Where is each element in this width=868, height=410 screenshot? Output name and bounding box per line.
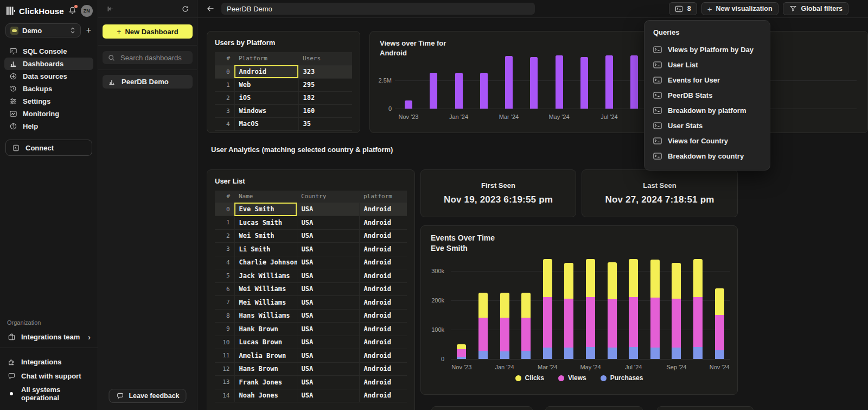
queries-menu-item[interactable]: Breakdown by country <box>644 148 770 163</box>
table-row[interactable]: 3Li SmithUSAAndroid <box>215 243 407 256</box>
table-cell[interactable]: 11 <box>215 349 234 363</box>
table-cell[interactable]: Charlie Johnson <box>234 256 297 269</box>
bar-segment-clicks[interactable] <box>715 288 724 315</box>
bar[interactable] <box>630 55 638 109</box>
table-cell[interactable]: Android <box>359 362 407 376</box>
bar-segment-views[interactable] <box>521 318 531 351</box>
bar-segment-purchases[interactable] <box>586 347 595 359</box>
bar-segment-clicks[interactable] <box>693 259 703 297</box>
bar-segment-clicks[interactable] <box>564 263 573 299</box>
bar[interactable] <box>605 55 613 109</box>
table-cell[interactable]: USA <box>297 296 359 310</box>
bar-segment-purchases[interactable] <box>564 348 573 359</box>
bar-segment-purchases[interactable] <box>543 348 552 359</box>
bar-segment-purchases[interactable] <box>715 350 724 359</box>
table-cell[interactable]: Mei Williams <box>234 296 297 310</box>
table-cell[interactable]: USA <box>297 389 359 402</box>
table-cell[interactable]: 13 <box>215 376 234 389</box>
bar-segment-clicks[interactable] <box>543 259 552 297</box>
back-arrow-icon[interactable] <box>206 4 215 13</box>
sidebar-item-monitoring[interactable]: Monitoring <box>4 108 93 120</box>
bar-segment-purchases[interactable] <box>650 348 660 359</box>
table-row[interactable]: 6Wei WilliamsUSAAndroid <box>215 282 407 296</box>
sidebar-item-backups[interactable]: Backups <box>4 83 93 95</box>
bar-segment-views[interactable] <box>543 297 552 348</box>
table-cell[interactable]: Li Smith <box>234 243 297 256</box>
table-row[interactable]: 0Android323 <box>215 65 352 78</box>
table-cell[interactable]: Windows <box>234 104 298 117</box>
table-cell[interactable]: Hans Brown <box>234 362 297 376</box>
table-cell[interactable]: Lucas Smith <box>234 216 297 230</box>
table-row[interactable]: 4Charlie JohnsonUSAAndroid <box>215 256 407 269</box>
table-cell[interactable]: 1 <box>215 78 234 91</box>
table-cell[interactable]: 14 <box>215 389 234 402</box>
bar-segment-views[interactable] <box>672 299 681 348</box>
leave-feedback-button[interactable]: Leave feedback <box>108 389 186 403</box>
collapse-panel-icon[interactable] <box>106 4 114 13</box>
table-cell[interactable]: iOS <box>234 91 298 104</box>
table-cell[interactable]: USA <box>297 229 359 243</box>
org-select[interactable]: Demo <box>5 23 81 37</box>
bar-segment-clicks[interactable] <box>650 260 660 298</box>
table-cell[interactable]: Hank Brown <box>234 323 297 336</box>
footer-item-integrations[interactable]: Integrations <box>0 355 98 369</box>
table-cell[interactable]: USA <box>297 256 359 269</box>
table-cell[interactable]: 3 <box>215 243 234 256</box>
table-cell[interactable]: USA <box>297 362 359 376</box>
legend-item-views[interactable]: Views <box>558 374 586 382</box>
table-row[interactable]: 9Hank BrownUSAAndroid <box>215 323 407 336</box>
bar[interactable] <box>455 73 463 109</box>
table-cell[interactable]: Android <box>359 296 407 310</box>
bar-segment-views[interactable] <box>608 299 617 348</box>
table-cell[interactable]: 10 <box>215 336 234 349</box>
table-row[interactable]: 10Lucas BrownUSAAndroid <box>215 336 407 349</box>
sidebar-item-settings[interactable]: Settings <box>4 95 93 108</box>
table-cell[interactable]: 160 <box>298 104 352 117</box>
bar-segment-clicks[interactable] <box>500 293 509 318</box>
legend-item-purchases[interactable]: Purchases <box>601 374 643 382</box>
table-row[interactable]: 12Hans BrownUSAAndroid <box>215 362 407 376</box>
table-cell[interactable]: Android <box>359 282 407 296</box>
bar[interactable] <box>505 56 513 109</box>
queries-count-button[interactable]: 8 <box>669 2 697 15</box>
table-cell[interactable]: 3 <box>215 104 234 117</box>
user-avatar[interactable]: ZN <box>81 5 93 17</box>
bar[interactable] <box>580 57 588 109</box>
table-row[interactable]: 2iOS182 <box>215 91 352 104</box>
table-cell[interactable]: Amelia Brown <box>234 349 297 363</box>
table-row[interactable]: 11Amelia BrownUSAAndroid <box>215 349 407 363</box>
table-cell[interactable]: 5 <box>215 269 234 283</box>
table-cell[interactable]: 323 <box>298 65 352 78</box>
table-cell[interactable]: Android <box>359 323 407 336</box>
table-cell[interactable]: Eve Smith <box>234 203 297 216</box>
table-cell[interactable]: 35 <box>298 117 352 130</box>
table-cell[interactable]: MacOS <box>234 117 298 130</box>
bar[interactable] <box>405 100 412 109</box>
bar[interactable] <box>480 73 488 109</box>
connect-button[interactable]: Connect <box>5 140 92 156</box>
footer-item-chat-with-support[interactable]: Chat with support <box>0 369 98 383</box>
bar-segment-clicks[interactable] <box>608 262 617 299</box>
queries-menu-item[interactable]: PeerDB Stats <box>644 87 770 103</box>
bar[interactable] <box>430 73 437 109</box>
table-cell[interactable]: Wei Williams <box>234 282 297 296</box>
queries-menu-item[interactable]: Views by Platform by Day <box>644 42 770 57</box>
table-cell[interactable]: USA <box>297 349 359 363</box>
table-row[interactable]: 14Noah JonesUSAAndroid <box>215 389 407 402</box>
table-cell[interactable]: 6 <box>215 282 234 296</box>
queries-menu-item[interactable]: User List <box>644 57 770 72</box>
table-cell[interactable]: Android <box>359 243 407 256</box>
table-cell[interactable]: Android <box>234 65 298 78</box>
table-cell[interactable]: Android <box>359 376 407 389</box>
table-row[interactable]: 2Wei SmithUSAAndroid <box>215 229 407 243</box>
bar-segment-clicks[interactable] <box>521 293 531 318</box>
table-cell[interactable]: Android <box>359 256 407 269</box>
bar-segment-views[interactable] <box>457 349 466 357</box>
bar-segment-views[interactable] <box>478 318 488 351</box>
sidebar-item-sql-console[interactable]: SQL Console <box>4 45 93 58</box>
sidebar-item-dashboards[interactable]: Dashboards <box>4 58 93 70</box>
add-org-button[interactable]: + <box>86 26 91 35</box>
table-row[interactable]: 3Windows160 <box>215 104 352 117</box>
table-cell[interactable]: USA <box>297 203 359 216</box>
table-cell[interactable]: Android <box>359 269 407 283</box>
